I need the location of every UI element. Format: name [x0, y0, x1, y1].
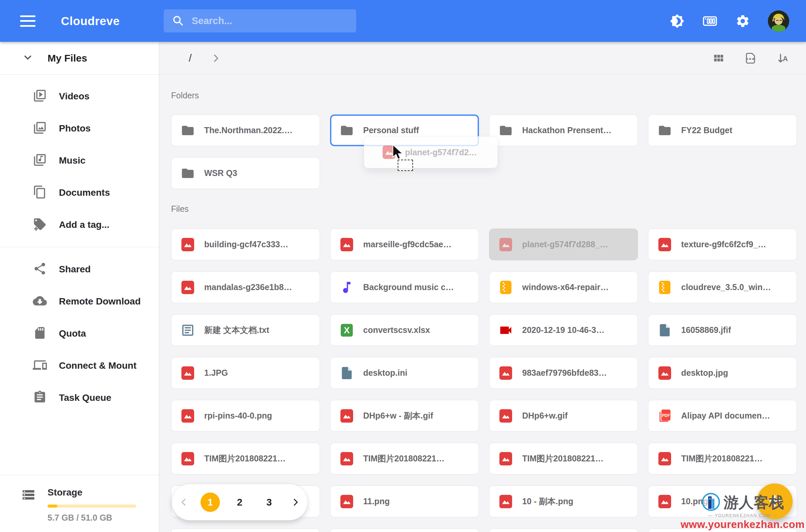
file-card[interactable]: windows-x64-repair…	[489, 271, 638, 303]
breadcrumb-chevron-icon	[210, 53, 221, 63]
breadcrumb-root[interactable]: /	[189, 52, 192, 64]
photo-library-icon	[33, 121, 47, 136]
sidebar: My Files Videos Photos Music Documents A…	[0, 42, 159, 532]
file-card[interactable]: TIM图片201808221…	[171, 443, 320, 474]
folder-card[interactable]: WSR Q3	[171, 157, 320, 189]
grid-view-icon[interactable]	[711, 51, 726, 66]
folder-icon	[339, 123, 354, 138]
watermark-url: www.yourenkezhan.com	[680, 519, 805, 531]
folder-icon	[181, 123, 195, 138]
image-icon	[339, 237, 354, 252]
file-card[interactable]: 10 - 副本.png	[489, 486, 638, 517]
app-title: Cloudreve	[61, 14, 120, 28]
file-card[interactable]: Background music c…	[330, 271, 479, 303]
file-card[interactable]: DHp6+w - 副本.gif	[330, 400, 479, 432]
search-input[interactable]	[191, 15, 348, 27]
file-card[interactable]: 1.JPG	[171, 357, 320, 389]
sidebar-section-label: My Files	[48, 53, 87, 64]
svg-text:PDF: PDF	[662, 413, 670, 418]
menu-icon[interactable]	[20, 15, 36, 27]
image-icon	[339, 408, 354, 423]
image-icon	[181, 451, 195, 466]
file-card[interactable]: TIM图片201808221…	[489, 443, 638, 474]
txt-icon	[181, 323, 195, 338]
folder-card[interactable]: FY22 Budget	[648, 114, 797, 146]
pagination-page-2[interactable]: 2	[230, 493, 249, 512]
sidebar-section-my-files[interactable]: My Files	[0, 42, 159, 75]
sort-alpha-icon[interactable]: A	[775, 51, 791, 66]
file-card[interactable]: 新建 文本文档.txt	[171, 314, 320, 346]
file-card[interactable]: TIM图片201808221…	[648, 443, 797, 474]
image-icon	[181, 280, 195, 295]
file-card[interactable]: TIM图片201808221…	[330, 443, 479, 474]
zip-icon	[499, 280, 513, 295]
folder-icon	[657, 123, 672, 138]
sidebar-item-task-queue[interactable]: Task Queue	[0, 382, 159, 414]
files-heading: Files	[171, 204, 797, 214]
sidebar-item-add-a-tag[interactable]: Add a tag...	[0, 209, 159, 241]
file-card[interactable]	[489, 528, 638, 532]
image-icon	[499, 494, 513, 509]
file-card[interactable]: cloudreve_3.5.0_win…	[648, 271, 797, 303]
storage-usage-text: 5.7 GB / 51.0 GB	[48, 513, 136, 522]
sidebar-item-music[interactable]: Music	[0, 145, 159, 177]
video-library-icon	[33, 89, 47, 104]
svg-text:X: X	[344, 325, 350, 335]
file-card[interactable]: rpi-pins-40-0.png	[171, 400, 320, 432]
file-card[interactable]: 983aef79796bfde83…	[489, 357, 638, 389]
file-card[interactable]: building-gcf47c333…	[171, 229, 320, 260]
file-card[interactable]: desktop.jpg	[648, 357, 797, 389]
storage-progress-fill	[48, 505, 57, 508]
file-card[interactable]: PDF Alipay API documen…	[648, 400, 797, 432]
pagination-next-icon[interactable]	[289, 496, 302, 509]
dark-mode-icon[interactable]	[670, 13, 685, 29]
cloud-download-icon	[33, 294, 47, 309]
file-card[interactable]	[330, 528, 479, 532]
search-bar[interactable]	[164, 10, 356, 33]
watermark-subtitle: — YOURENKEZHAN.COM —	[708, 513, 777, 518]
main-content: / A Folders The.Northman.2022.… Personal…	[159, 42, 806, 532]
folder-icon	[499, 123, 513, 138]
file-card[interactable]: texture-g9fc6f2cf9_…	[648, 229, 797, 260]
image-icon	[499, 451, 513, 466]
file-card[interactable]: mandalas-g236e1b8…	[171, 271, 320, 303]
chevron-down-icon	[22, 52, 34, 64]
pagination-page-3[interactable]: 3	[259, 493, 279, 512]
file-card[interactable]: X convertscsv.xlsx	[330, 314, 479, 346]
settings-gear-icon[interactable]	[735, 13, 750, 29]
pagination-prev-icon[interactable]	[177, 496, 190, 509]
sidebar-item-remote-download[interactable]: Remote Download	[0, 285, 159, 318]
folder-card[interactable]: The.Northman.2022.…	[171, 114, 320, 146]
user-avatar[interactable]	[768, 11, 789, 32]
video-icon	[499, 323, 513, 338]
drag-ghost-card: planet-g574f7d2…	[364, 136, 498, 168]
pagination-file-icon[interactable]	[743, 51, 758, 66]
sidebar-item-shared[interactable]: Shared	[0, 253, 159, 285]
storage-server-icon	[21, 487, 36, 503]
folder-card[interactable]: Hackathon Prensent…	[489, 114, 638, 146]
sidebar-item-connect-mount[interactable]: Connect & Mount	[0, 350, 159, 382]
file-card[interactable]: desktop.ini	[330, 357, 479, 389]
file-card[interactable]: 2020-12-19 10-46-3…	[489, 314, 638, 346]
xlsx-icon: X	[339, 323, 354, 338]
image-icon	[339, 494, 354, 509]
file-card[interactable]: planet-g574f7d288_…	[489, 229, 638, 260]
storage-progress-bar	[48, 505, 136, 508]
sidebar-item-documents[interactable]: Documents	[0, 177, 159, 209]
sidebar-item-videos[interactable]: Videos	[0, 80, 159, 112]
share-icon	[33, 262, 47, 277]
storage-device-icon[interactable]	[702, 13, 718, 29]
sidebar-item-photos[interactable]: Photos	[0, 112, 159, 145]
app-bar: Cloudreve	[0, 0, 806, 42]
pagination-page-1[interactable]: 1	[201, 493, 220, 512]
file-card[interactable]: 11.png	[330, 486, 479, 517]
file-card[interactable]: marseille-gf9cdc5ae…	[330, 229, 479, 260]
documents-icon	[33, 185, 47, 201]
zip-icon	[657, 280, 672, 295]
file-card[interactable]	[171, 528, 320, 532]
image-icon	[499, 366, 513, 380]
sidebar-item-quota[interactable]: Quota	[0, 318, 159, 350]
image-icon	[181, 366, 195, 380]
file-card[interactable]: DHp6+w.gif	[489, 400, 638, 432]
file-card[interactable]: 16058869.jfif	[648, 314, 797, 346]
